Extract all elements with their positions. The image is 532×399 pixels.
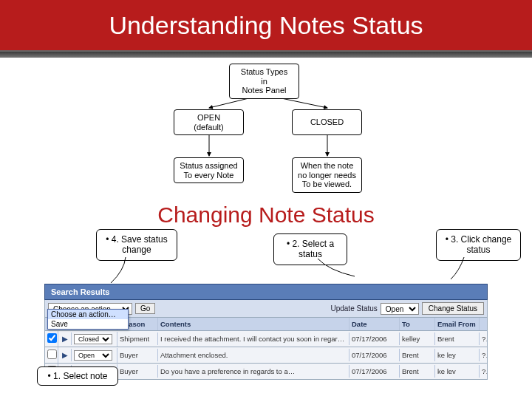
- row-date: 07/17/2006: [349, 332, 400, 345]
- update-status-label: Update Status: [330, 304, 377, 313]
- row-flag: ?: [480, 332, 487, 345]
- row-status-select[interactable]: Closed: [74, 334, 112, 344]
- row-contents: Do you have a preference in regards to a…: [158, 365, 349, 378]
- row-from: Brent: [435, 332, 480, 345]
- dropdown-item[interactable]: Save: [48, 319, 128, 329]
- diagram-closed: CLOSED: [292, 109, 362, 135]
- col-contents: Contents: [158, 318, 349, 330]
- action-dropdown-overlay[interactable]: Choose an action… Save: [47, 309, 129, 330]
- row-contents: I received the attachment. I will contac…: [158, 332, 349, 345]
- results-panel: Search Results Choose an action… Go Upda…: [44, 284, 488, 380]
- slide-title-bar: Understanding Notes Status: [0, 0, 532, 52]
- section-title: Changing Note Status: [0, 202, 532, 228]
- col-from: Email From: [435, 318, 480, 330]
- row-from: ke ley: [435, 349, 480, 361]
- title-underline: [0, 52, 532, 58]
- row-checkbox[interactable]: [47, 349, 57, 359]
- row-checkbox[interactable]: [47, 333, 57, 343]
- row-reason: Buyer: [117, 365, 158, 378]
- slide-title: Understanding Notes Status: [109, 11, 423, 40]
- dropdown-item[interactable]: Choose an action…: [48, 310, 128, 319]
- callouts-row: • 4. Save statuschange • 2. Select astat…: [0, 228, 532, 279]
- col-extra: [480, 322, 487, 327]
- col-to: To: [400, 318, 435, 330]
- go-button[interactable]: Go: [135, 303, 155, 314]
- table-row[interactable]: ▶ Open Buyer Attachment enclosed. 07/17/…: [44, 347, 488, 364]
- row-contents: Attachment enclosed.: [158, 349, 349, 361]
- callout-step3: • 3. Click changestatus: [436, 229, 521, 261]
- row-reason: Shipment: [117, 332, 158, 345]
- update-status-select[interactable]: Open: [381, 303, 419, 315]
- row-date: 07/17/2006: [349, 365, 400, 378]
- row-to: Brent: [400, 349, 435, 361]
- status-diagram: Status TypesinNotes Panel OPEN(default) …: [0, 58, 532, 198]
- row-date: 07/17/2006: [349, 349, 400, 361]
- table-row[interactable]: ▶ Closed Shipment I received the attachm…: [44, 331, 488, 347]
- diagram-root: Status TypesinNotes Panel: [229, 64, 299, 99]
- col-date: Date: [349, 318, 400, 330]
- panel-header: Search Results: [44, 284, 488, 300]
- row-to: Brent: [400, 365, 435, 378]
- row-to: kelley: [400, 332, 435, 345]
- row-expand-icon[interactable]: ▶: [58, 349, 72, 361]
- callout-step1: • 1. Select note: [37, 366, 118, 386]
- row-status-select[interactable]: Open: [74, 350, 112, 361]
- row-reason: Buyer: [117, 349, 158, 361]
- change-status-button[interactable]: Change Status: [422, 302, 484, 315]
- row-expand-icon[interactable]: ▶: [58, 332, 72, 345]
- row-from: ke lev: [435, 365, 480, 378]
- diagram-open-desc: Status assignedTo every Note: [174, 157, 244, 183]
- callout-step2: • 2. Select astatus: [273, 233, 347, 265]
- row-flag: ?: [480, 349, 487, 361]
- diagram-closed-desc: When the noteno longer needsTo be viewed…: [292, 157, 362, 193]
- row-flag: ?: [480, 365, 487, 378]
- diagram-open: OPEN(default): [174, 109, 244, 135]
- callout-step4: • 4. Save statuschange: [96, 229, 177, 261]
